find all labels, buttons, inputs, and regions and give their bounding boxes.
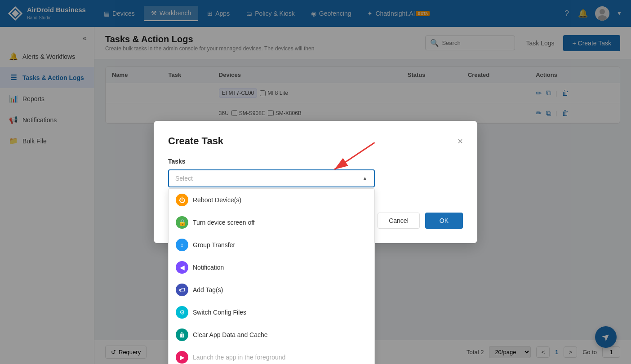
cancel-button[interactable]: Cancel [378,213,420,229]
dropdown-item-group-transfer[interactable]: ↕ Group Transfer [169,234,374,256]
add-tag-icon: 🏷 [176,284,188,296]
modal-close-button[interactable]: × [458,137,463,146]
switch-config-icon: ⚙ [176,306,188,319]
tasks-select[interactable]: Select ▲ [168,169,375,187]
dropdown-item-notification[interactable]: ◀ Notification [169,256,374,279]
dropdown-item-clear-cache[interactable]: 🗑 Clear App Data and Cache [169,324,374,346]
group-transfer-icon: ↕ [176,239,188,251]
create-task-modal: Create Task × Tasks Select ▲ [154,121,477,243]
dropdown-item-add-tag[interactable]: 🏷 Add Tag(s) [169,279,374,301]
dropdown-item-switch-config[interactable]: ⚙ Switch Config Files [169,301,374,324]
tasks-field-label: Tasks [168,158,463,165]
chevron-up-icon: ▲ [362,175,368,182]
modal-overlay[interactable]: Create Task × Tasks Select ▲ [0,0,631,364]
modal-title: Create Task [168,135,223,147]
tasks-select-wrapper: Select ▲ ⏻ Reboot Device(s) [168,169,463,187]
modal-header: Create Task × [168,135,463,147]
reboot-icon: ⏻ [176,194,188,206]
screen-off-icon: 🔒 [176,216,188,229]
dropdown-item-screen-off[interactable]: 🔒 Turn device screen off [169,211,374,234]
notification-icon: ◀ [176,261,188,274]
tasks-dropdown: ⏻ Reboot Device(s) 🔒 Turn device screen … [168,188,375,364]
clear-cache-icon: 🗑 [176,328,188,341]
launch-app-icon: ▶ [176,351,188,364]
ok-button[interactable]: OK [425,213,463,229]
select-placeholder: Select [175,175,193,182]
dropdown-item-launch-app[interactable]: ▶ Launch the app in the foreground [169,346,374,364]
dropdown-item-reboot[interactable]: ⏻ Reboot Device(s) [169,189,374,211]
